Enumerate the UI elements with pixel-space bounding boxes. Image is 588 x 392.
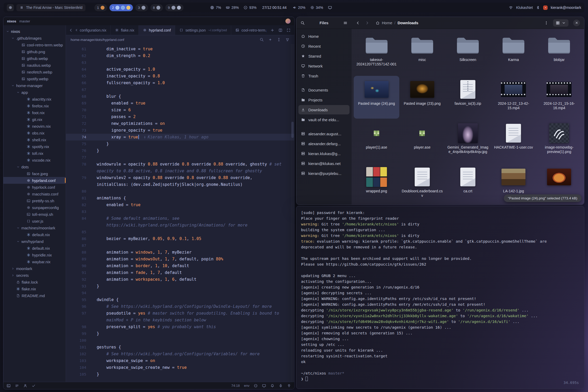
file-item[interactable]: image-removebg-preview(1).png xyxy=(536,120,582,162)
sidebar-item-network[interactable]: Network xyxy=(298,61,350,71)
tree-item[interactable]: firefox.nix xyxy=(3,102,66,109)
workspace-1[interactable]: 1 xyxy=(94,4,107,11)
tree-item[interactable]: tofi.nix xyxy=(3,150,66,157)
plus-icon[interactable] xyxy=(270,28,274,32)
tree-item[interactable]: hyprlock.conf xyxy=(3,184,66,191)
tree-item[interactable]: spotify.webp xyxy=(3,75,66,82)
sidebar-item-starred[interactable]: Starred xyxy=(298,51,350,61)
tree-item[interactable]: machines/moonlark xyxy=(3,224,66,231)
sidebar-item-kieran-klukas-g-[interactable]: kieran.klukas@g... xyxy=(298,149,350,158)
workspace-8[interactable]: 8 xyxy=(150,4,163,11)
tab-hyprland.conf[interactable]: hyprland.conf xyxy=(139,25,175,35)
file-item[interactable]: Pasted image (24).png xyxy=(354,76,399,119)
tree-item[interactable]: cool-retro-term.webp xyxy=(3,41,66,48)
file-item[interactable]: Karma xyxy=(491,32,536,75)
scrollbar[interactable] xyxy=(291,44,294,382)
sidebar-item-home[interactable]: Home xyxy=(298,32,350,41)
scrollbar-thumb[interactable] xyxy=(291,122,294,138)
tree-item[interactable]: moonlark xyxy=(3,265,66,272)
close-button[interactable] xyxy=(573,20,580,26)
breadcrumb-home[interactable]: Home xyxy=(382,21,392,25)
terminal-icon[interactable] xyxy=(7,384,11,388)
sparkle-icon[interactable] xyxy=(268,38,272,42)
tree-item[interactable]: github.png xyxy=(3,48,66,55)
file-item[interactable]: Silkscreen xyxy=(445,32,491,75)
sidebar-item-alexander-defarg-[interactable]: alexander.defarg... xyxy=(298,139,350,148)
file-item[interactable]: takeout-20241207T155714Z-001 xyxy=(354,32,399,75)
breadcrumb-current[interactable]: Downloads xyxy=(397,21,418,25)
breadcrumb[interactable]: home-manager/dots/hyprland.conf xyxy=(71,38,124,42)
tree-item[interactable]: app xyxy=(3,89,66,96)
tree-item[interactable]: nautilus.webp xyxy=(3,62,66,69)
tree-item[interactable]: github.webp xyxy=(3,55,66,62)
file-item[interactable]: wrapped.png xyxy=(354,163,399,205)
plug-icon[interactable] xyxy=(287,384,291,388)
tree-item[interactable]: obs.nix xyxy=(3,130,66,136)
status-badge[interactable] xyxy=(543,5,548,10)
cursor-position[interactable]: 74:18 xyxy=(231,384,240,388)
view-toggle[interactable] xyxy=(553,19,568,27)
file-item[interactable]: HACKATIME-1-user.csv xyxy=(491,120,536,162)
file-item[interactable]: ca.crt xyxy=(445,163,491,205)
tree-item[interactable]: home-manager xyxy=(3,82,66,89)
tree-item[interactable]: shell.nix xyxy=(3,136,66,143)
sidebar-item-trash[interactable]: Trash xyxy=(298,71,350,81)
bluetooth-icon[interactable] xyxy=(536,5,540,10)
sidebar-item-downloads[interactable]: Downloads xyxy=(298,105,350,114)
menu-icon[interactable] xyxy=(343,21,347,25)
filter-icon[interactable] xyxy=(285,38,290,42)
home-icon[interactable] xyxy=(376,21,380,25)
launcher-button[interactable] xyxy=(7,4,14,11)
sidebar-item-recent[interactable]: Recent xyxy=(298,41,350,51)
sidebar-item-documents[interactable]: Documents xyxy=(298,85,350,95)
people-icon[interactable] xyxy=(23,384,27,388)
kebab-icon[interactable] xyxy=(544,21,548,25)
file-item[interactable]: Gemini_Generated_Image_4rqv8k4rqv8k4rqv.… xyxy=(445,120,491,162)
tree-item[interactable]: vscode.nix xyxy=(3,157,66,163)
workspace-9[interactable]: 9 xyxy=(165,4,183,11)
file-item[interactable]: 2024-12-21_15-16-16.mp4 xyxy=(536,76,582,119)
tree-item[interactable]: tofi-emoji.sh xyxy=(3,211,66,218)
tree-item[interactable]: neovim.nix xyxy=(3,123,66,130)
tree-item[interactable]: macchiato.conf xyxy=(3,191,66,197)
maximize-icon[interactable] xyxy=(286,28,291,32)
forward-icon[interactable] xyxy=(365,21,369,25)
copilot-icon[interactable] xyxy=(254,384,258,388)
brightness-widget[interactable]: 34% xyxy=(310,5,323,10)
project-name[interactable]: nixos xyxy=(7,19,16,23)
sidebar-item-projects[interactable]: Projects xyxy=(298,95,350,105)
mic-icon[interactable] xyxy=(279,384,283,388)
git-branch[interactable]: master xyxy=(19,19,30,23)
tree-item[interactable]: face.jpeg xyxy=(3,170,66,177)
bell-icon[interactable] xyxy=(270,384,274,388)
tree-item[interactable]: waybar.nix xyxy=(3,258,66,265)
sidebar-item-kieran-purplebu-[interactable]: kieran@purplebu... xyxy=(298,169,350,178)
tree-item[interactable]: alacritty.nix xyxy=(3,96,66,102)
tree-item[interactable]: .github/images xyxy=(3,35,66,41)
file-item[interactable]: 2024-12-22_13-42-15.mp4 xyxy=(491,76,536,119)
file-item[interactable]: blobjar xyxy=(536,32,582,75)
sidebar-item-kieran-klukas-net[interactable]: kieran@klukas.net xyxy=(298,159,350,168)
search-icon[interactable] xyxy=(301,21,305,25)
file-item[interactable]: misc xyxy=(399,32,445,75)
tree-item[interactable]: prettify-ss.sh xyxy=(3,197,66,204)
tree-item[interactable]: user.js xyxy=(3,218,66,224)
terminal-window[interactable]: [sudo] password for kierank:Place your f… xyxy=(296,206,584,389)
sidebar-item-vault-of-the-eldu-[interactable]: vault of the eldu... xyxy=(298,115,350,124)
tab-settings.json[interactable]: settings.json~/.config/zed xyxy=(175,25,231,35)
tree-item[interactable]: default.nix xyxy=(3,245,66,252)
tree-item[interactable]: README.md xyxy=(3,292,66,299)
tree-item[interactable]: secrets xyxy=(3,272,66,279)
volume-widget[interactable]: 20% xyxy=(292,5,305,10)
media-player-widget[interactable]: The Final Arrow - Marc Streitenfeld xyxy=(16,4,85,11)
file-item[interactable]: DoubloonLeaderboard.csv xyxy=(399,163,445,205)
tab-flake.nix[interactable]: flake.nix xyxy=(111,25,139,35)
tree-item[interactable]: sunpaperconfig xyxy=(3,204,66,211)
file-item[interactable]: Pasted image (23).png xyxy=(399,76,445,119)
network-name[interactable]: KlukasNet xyxy=(516,5,533,10)
tree-item[interactable]: default.nix xyxy=(3,231,66,238)
tree-item[interactable]: neofetch.webp xyxy=(3,69,66,75)
tree-item[interactable]: hyprland.conf xyxy=(3,177,66,184)
file-item[interactable]: favicon_io(3).zip xyxy=(445,76,491,119)
tab-cool-retro-term.png[interactable]: cool-retro-term.png xyxy=(231,25,267,35)
